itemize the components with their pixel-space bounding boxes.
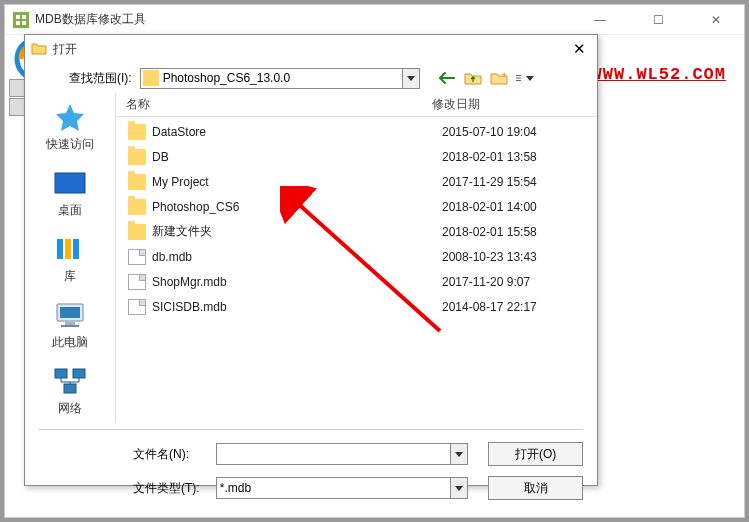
desktop-icon [51, 167, 89, 199]
filename-input[interactable] [216, 443, 469, 465]
file-icon [128, 274, 146, 290]
svg-rect-12 [73, 239, 79, 259]
file-name: ShopMgr.mdb [152, 275, 442, 289]
maximize-button[interactable]: ☐ [638, 6, 678, 34]
filetype-dropdown-button[interactable] [450, 478, 467, 498]
open-button[interactable]: 打开(O) [488, 442, 583, 466]
svg-rect-16 [61, 325, 79, 327]
svg-rect-19 [64, 384, 76, 393]
app-icon [13, 12, 29, 28]
file-list-header: 名称 修改日期 [116, 93, 597, 117]
svg-rect-6 [516, 78, 521, 79]
svg-rect-0 [16, 15, 20, 19]
sidebar-libraries[interactable]: 库 [51, 233, 89, 285]
folder-icon [143, 70, 159, 86]
up-one-level-button[interactable] [464, 69, 482, 87]
main-titlebar: MDB数据库修改工具 — ☐ ✕ [5, 5, 744, 35]
filetype-dropdown[interactable]: *.mdb [216, 477, 469, 499]
file-date: 2017-11-29 15:54 [442, 175, 537, 189]
file-date: 2008-10-23 13:43 [442, 250, 537, 264]
star-icon [51, 101, 89, 133]
column-date[interactable]: 修改日期 [432, 96, 597, 113]
libraries-icon [51, 233, 89, 265]
folder-icon [128, 149, 146, 165]
filename-dropdown-button[interactable] [450, 444, 467, 464]
file-name: Photoshop_CS6 [152, 200, 442, 214]
column-name[interactable]: 名称 [126, 96, 432, 113]
list-item[interactable]: DB2018-02-01 13:58 [116, 144, 597, 169]
svg-rect-8 [55, 173, 85, 193]
svg-rect-1 [22, 15, 26, 19]
file-date: 2015-07-10 19:04 [442, 125, 537, 139]
dialog-footer: 文件名(N): 打开(O) 文件类型(T): *.mdb 取消 [25, 423, 597, 500]
sidebar-quick-access[interactable]: 快速访问 [46, 101, 94, 153]
file-name: My Project [152, 175, 442, 189]
lookin-label: 查找范围(I): [69, 70, 132, 87]
list-item[interactable]: 新建文件夹2018-02-01 15:58 [116, 219, 597, 244]
file-list: 名称 修改日期 DataStore2015-07-10 19:04DB2018-… [115, 93, 597, 423]
lookin-value: Photoshop_CS6_13.0.0 [163, 71, 417, 85]
folder-icon [128, 124, 146, 140]
file-name: SICISDB.mdb [152, 300, 442, 314]
dropdown-arrow-icon[interactable] [402, 69, 419, 88]
back-button[interactable] [438, 69, 456, 87]
main-window-title: MDB数据库修改工具 [35, 11, 580, 28]
list-item[interactable]: Photoshop_CS62018-02-01 14:00 [116, 194, 597, 219]
file-name: DB [152, 150, 442, 164]
list-item[interactable]: SICISDB.mdb2014-08-17 22:17 [116, 294, 597, 319]
svg-rect-15 [65, 322, 75, 325]
file-date: 2018-02-01 13:58 [442, 150, 537, 164]
file-date: 2017-11-20 9:07 [442, 275, 530, 289]
view-menu-button[interactable] [516, 69, 534, 87]
list-item[interactable]: DataStore2015-07-10 19:04 [116, 119, 597, 144]
open-folder-icon [31, 41, 47, 57]
places-sidebar: 快速访问 桌面 库 此电脑 网络 [25, 93, 115, 423]
folder-icon [128, 199, 146, 215]
computer-icon [51, 299, 89, 331]
list-item[interactable]: db.mdb2008-10-23 13:43 [116, 244, 597, 269]
file-name: 新建文件夹 [152, 223, 442, 240]
svg-rect-10 [57, 239, 63, 259]
dialog-toolbar: 查找范围(I): Photoshop_CS6_13.0.0 [25, 63, 597, 93]
network-icon [51, 365, 89, 397]
file-name: db.mdb [152, 250, 442, 264]
svg-rect-17 [55, 369, 67, 378]
banner-url: /WWW.WL52.COM [580, 65, 726, 84]
new-folder-button[interactable] [490, 69, 508, 87]
svg-rect-2 [16, 21, 20, 25]
sidebar-thispc[interactable]: 此电脑 [51, 299, 89, 351]
open-file-dialog: 打开 ✕ 查找范围(I): Photoshop_CS6_13.0.0 [24, 34, 598, 486]
svg-rect-18 [73, 369, 85, 378]
folder-icon [128, 224, 146, 240]
list-item[interactable]: ShopMgr.mdb2017-11-20 9:07 [116, 269, 597, 294]
minimize-button[interactable]: — [580, 6, 620, 34]
folder-icon [128, 174, 146, 190]
lookin-dropdown[interactable]: Photoshop_CS6_13.0.0 [140, 68, 420, 89]
svg-rect-7 [516, 80, 521, 81]
svg-rect-5 [516, 75, 521, 76]
file-icon [128, 299, 146, 315]
cancel-button[interactable]: 取消 [488, 476, 583, 500]
svg-rect-14 [60, 307, 80, 318]
svg-rect-3 [22, 21, 26, 25]
filetype-label: 文件类型(T): [133, 480, 216, 497]
file-date: 2018-02-01 15:58 [442, 225, 537, 239]
close-button[interactable]: ✕ [696, 6, 736, 34]
sidebar-network[interactable]: 网络 [51, 365, 89, 417]
dialog-title: 打开 [53, 41, 567, 58]
file-icon [128, 249, 146, 265]
sidebar-desktop[interactable]: 桌面 [51, 167, 89, 219]
filename-label: 文件名(N): [133, 446, 216, 463]
svg-rect-11 [65, 239, 71, 259]
file-date: 2018-02-01 14:00 [442, 200, 537, 214]
dialog-titlebar: 打开 ✕ [25, 35, 597, 63]
file-date: 2014-08-17 22:17 [442, 300, 537, 314]
list-item[interactable]: My Project2017-11-29 15:54 [116, 169, 597, 194]
dialog-close-button[interactable]: ✕ [567, 37, 591, 61]
file-name: DataStore [152, 125, 442, 139]
